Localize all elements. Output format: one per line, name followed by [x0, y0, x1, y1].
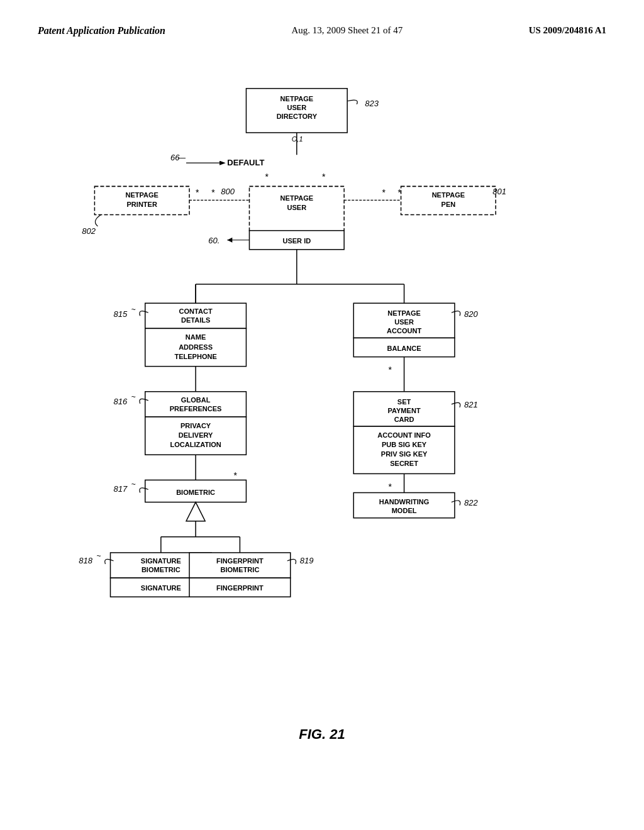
- svg-text:LOCALIZATION: LOCALIZATION: [170, 441, 221, 448]
- svg-text:CONTACT: CONTACT: [179, 307, 213, 315]
- svg-text:823: 823: [365, 99, 379, 108]
- svg-text:*: *: [388, 365, 392, 375]
- diagram-svg: NETPAGE USER DIRECTORY 823 O,1 DEFAULT 6…: [38, 55, 606, 778]
- svg-text:FIG. 21: FIG. 21: [299, 726, 345, 742]
- svg-text:~: ~: [96, 551, 101, 560]
- svg-text:*: *: [211, 187, 215, 197]
- svg-text:PRIVACY: PRIVACY: [180, 422, 211, 429]
- svg-text:USER: USER: [287, 104, 306, 111]
- svg-text:~: ~: [131, 305, 136, 314]
- svg-text:*: *: [388, 482, 392, 492]
- svg-text:O,1: O,1: [292, 135, 303, 143]
- svg-text:SECRET: SECRET: [390, 460, 418, 467]
- svg-text:USER: USER: [287, 204, 306, 211]
- svg-text:60.: 60.: [208, 236, 219, 245]
- svg-text:~: ~: [131, 392, 136, 401]
- svg-text:DEFAULT: DEFAULT: [227, 158, 264, 167]
- publication-title: Patent Application Publication: [38, 25, 165, 36]
- svg-text:SIGNATURE: SIGNATURE: [141, 557, 181, 565]
- sheet-info: Aug. 13, 2009 Sheet 21 of 47: [291, 25, 402, 36]
- svg-text:PRIV SIG KEY: PRIV SIG KEY: [381, 450, 428, 458]
- svg-text:BALANCE: BALANCE: [387, 345, 421, 352]
- svg-text:817: 817: [114, 484, 128, 494]
- svg-text:ACCOUNT: ACCOUNT: [387, 327, 421, 335]
- svg-rect-49: [145, 392, 247, 417]
- svg-text:NETPAGE: NETPAGE: [387, 309, 421, 317]
- svg-text:BIOMETRIC: BIOMETRIC: [220, 566, 259, 573]
- svg-text:DIRECTORY: DIRECTORY: [277, 113, 318, 120]
- svg-text:PUB SIG KEY: PUB SIG KEY: [382, 441, 427, 448]
- svg-text:802: 802: [82, 226, 96, 236]
- svg-text:PREFERENCES: PREFERENCES: [170, 405, 222, 412]
- svg-text:822: 822: [464, 498, 479, 507]
- svg-text:*: *: [265, 172, 269, 182]
- svg-text:ADDRESS: ADDRESS: [179, 343, 213, 351]
- svg-text:BIOMETRIC: BIOMETRIC: [176, 489, 215, 496]
- svg-text:ACCOUNT INFO: ACCOUNT INFO: [377, 431, 431, 439]
- svg-text:PAYMENT: PAYMENT: [388, 407, 421, 414]
- svg-text:BIOMETRIC: BIOMETRIC: [142, 566, 180, 573]
- svg-marker-20: [227, 238, 232, 243]
- svg-text:*: *: [196, 187, 199, 197]
- svg-text:NETPAGE: NETPAGE: [280, 194, 314, 202]
- svg-text:FINGERPRINT: FINGERPRINT: [216, 584, 264, 592]
- page-header: Patent Application Publication Aug. 13, …: [38, 25, 606, 36]
- svg-text:NETPAGE: NETPAGE: [432, 191, 465, 199]
- svg-text:*: *: [322, 172, 326, 182]
- svg-text:DELIVERY: DELIVERY: [179, 431, 213, 439]
- svg-rect-76: [189, 553, 291, 578]
- svg-text:801: 801: [492, 187, 506, 196]
- svg-text:SET: SET: [397, 398, 411, 406]
- svg-text:820: 820: [464, 309, 479, 319]
- svg-text:DETAILS: DETAILS: [181, 316, 210, 324]
- svg-text:821: 821: [464, 400, 478, 409]
- svg-text:MODEL: MODEL: [392, 507, 417, 514]
- svg-text:PRINTER: PRINTER: [127, 201, 157, 208]
- svg-text:*: *: [398, 187, 402, 197]
- svg-text:*: *: [382, 187, 386, 197]
- svg-text:815: 815: [114, 309, 128, 319]
- svg-text:USER ID: USER ID: [282, 237, 311, 245]
- svg-text:GLOBAL: GLOBAL: [181, 396, 211, 404]
- svg-rect-39: [145, 303, 247, 328]
- svg-text:NETPAGE: NETPAGE: [280, 95, 314, 102]
- page: Patent Application Publication Aug. 13, …: [0, 0, 644, 830]
- svg-text:NAME: NAME: [186, 333, 206, 341]
- svg-text:800: 800: [221, 187, 235, 196]
- patent-number: US 2009/204816 A1: [529, 25, 606, 36]
- svg-text:TELEPHONE: TELEPHONE: [174, 353, 216, 360]
- svg-text:NETPAGE: NETPAGE: [125, 191, 158, 199]
- svg-text:PEN: PEN: [441, 201, 456, 208]
- svg-text:816: 816: [114, 397, 128, 406]
- svg-text:~: ~: [131, 480, 136, 489]
- svg-text:*: *: [233, 470, 237, 480]
- svg-text:SIGNATURE: SIGNATURE: [141, 584, 181, 592]
- svg-text:USER: USER: [394, 318, 414, 326]
- svg-text:HANDWRITING: HANDWRITING: [379, 498, 430, 506]
- svg-text:819: 819: [300, 556, 314, 565]
- svg-text:—: —: [178, 153, 186, 162]
- diagram-area: NETPAGE USER DIRECTORY 823 O,1 DEFAULT 6…: [38, 55, 606, 778]
- svg-text:FINGERPRINT: FINGERPRINT: [216, 557, 264, 565]
- svg-text:818: 818: [79, 556, 93, 565]
- svg-text:CARD: CARD: [394, 416, 414, 423]
- svg-marker-64: [186, 502, 205, 521]
